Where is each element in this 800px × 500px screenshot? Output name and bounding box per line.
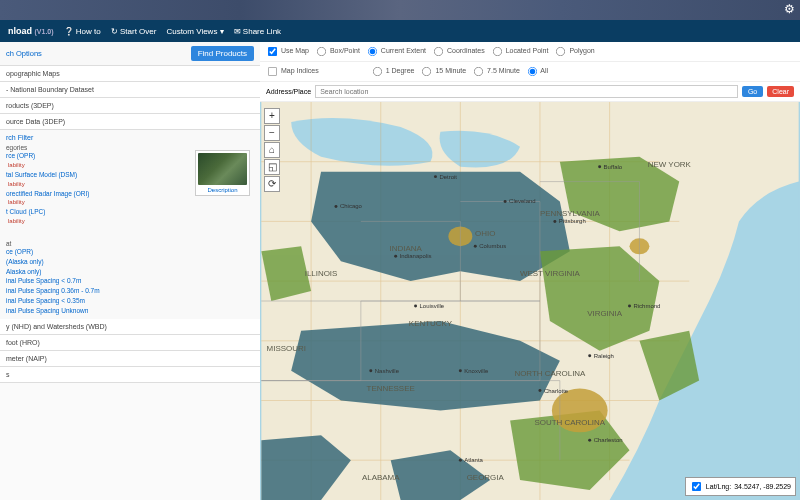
svg-text:MISSOURI: MISSOURI — [267, 344, 306, 353]
section-source[interactable]: ource Data (3DEP) — [0, 114, 260, 130]
section-naip[interactable]: meter (NAIP) — [0, 351, 260, 367]
app-brand: nload (V1.0) — [8, 26, 54, 36]
svg-text:INDIANA: INDIANA — [389, 244, 422, 253]
refresh-button[interactable]: ⟳ — [264, 176, 280, 192]
gear-icon[interactable]: ⚙ — [782, 2, 796, 16]
format-list: ce (OPR) (Alaska only) Alaska only) inal… — [6, 247, 254, 315]
fmt-item[interactable]: ce (OPR) — [6, 247, 254, 257]
svg-text:KENTUCKY: KENTUCKY — [409, 319, 453, 328]
zoom-in-button[interactable]: + — [264, 108, 280, 124]
fmt-item[interactable]: (Alaska only) — [6, 257, 254, 267]
svg-point-45 — [598, 165, 601, 168]
coord-readout: Lat/Lng: 34.5247, -89.2529 — [685, 477, 796, 496]
boxpoint-radio[interactable]: Box/Point — [315, 45, 360, 58]
zoom-controls: + − ⌂ ◱ ⟳ — [264, 108, 280, 192]
svg-text:Raleigh: Raleigh — [594, 353, 614, 359]
svg-text:Knoxville: Knoxville — [464, 368, 489, 374]
svg-text:Charleston: Charleston — [594, 437, 623, 443]
find-products-button[interactable]: Find Products — [191, 46, 254, 61]
section-s[interactable]: s — [0, 367, 260, 383]
section-natbound[interactable]: - National Boundary Dataset — [0, 82, 260, 98]
fmt-item[interactable]: inal Pulse Spacing 0.36m - 0.7m — [6, 286, 254, 296]
howto-link[interactable]: ❔ How to — [64, 27, 101, 36]
section-hro[interactable]: foot (HRO) — [0, 335, 260, 351]
clear-button[interactable]: Clear — [767, 86, 794, 97]
search-filter-panel: rch Filter egories rce (OPR)lability tal… — [0, 130, 260, 319]
svg-point-39 — [394, 255, 397, 258]
format-heading: at — [6, 240, 254, 247]
index-controls: Map Indices 1 Degree 15 Minute 7.5 Minut… — [260, 62, 800, 82]
svg-text:Charlotte: Charlotte — [544, 388, 569, 394]
svg-text:Chicago: Chicago — [340, 203, 363, 209]
svg-text:WEST VIRGINIA: WEST VIRGINIA — [520, 269, 581, 278]
all-radio[interactable]: All — [526, 65, 548, 78]
svg-text:VIRGINIA: VIRGINIA — [587, 309, 623, 318]
svg-text:ILLINOIS: ILLINOIS — [305, 269, 338, 278]
section-products[interactable]: roducts (3DEP) — [0, 98, 260, 114]
section-topo[interactable]: opographic Maps — [0, 66, 260, 82]
home-button[interactable]: ⌂ — [264, 142, 280, 158]
main-panel: Use Map Box/Point Current Extent Coordin… — [260, 42, 800, 500]
window-titlebar: ⚙ — [0, 0, 800, 20]
svg-text:ALABAMA: ALABAMA — [362, 473, 400, 482]
svg-text:Columbus: Columbus — [479, 243, 506, 249]
extent-controls: Use Map Box/Point Current Extent Coordin… — [260, 42, 800, 62]
curext-radio[interactable]: Current Extent — [366, 45, 426, 58]
svg-point-53 — [588, 354, 591, 357]
layers-button[interactable]: ◱ — [264, 159, 280, 175]
go-button[interactable]: Go — [742, 86, 763, 97]
coord-toggle[interactable] — [692, 482, 701, 491]
svg-text:Atlanta: Atlanta — [464, 457, 483, 463]
fmt-item[interactable]: Alaska only) — [6, 267, 254, 277]
zoom-out-button[interactable]: − — [264, 125, 280, 141]
svg-point-31 — [588, 439, 591, 442]
svg-text:Nashville: Nashville — [375, 368, 400, 374]
map-canvas[interactable]: + − ⌂ ◱ ⟳ — [260, 102, 800, 500]
svg-text:Buffalo: Buffalo — [604, 164, 623, 170]
svg-text:Detroit: Detroit — [439, 174, 457, 180]
deg1-radio[interactable]: 1 Degree — [371, 65, 415, 78]
svg-point-55 — [628, 304, 631, 307]
coords-radio[interactable]: Coordinates — [432, 45, 485, 58]
svg-text:NORTH CAROLINA: NORTH CAROLINA — [514, 369, 586, 378]
startover-link[interactable]: ↻ Start Over — [111, 27, 157, 36]
map-svg[interactable]: NEW YORK PENNSYLVANIA OHIO INDIANA ILLIN… — [260, 102, 800, 500]
sidebar: ch Options Find Products opographic Maps… — [0, 42, 260, 500]
polygon-radio[interactable]: Polygon — [554, 45, 594, 58]
svg-point-49 — [434, 175, 437, 178]
svg-text:SOUTH CAROLINA: SOUTH CAROLINA — [534, 418, 605, 427]
navbar: nload (V1.0) ❔ How to ↻ Start Over Custo… — [0, 20, 800, 42]
terrain-thumb-icon — [198, 153, 247, 185]
description-thumbnail[interactable]: Description — [195, 150, 250, 196]
svg-point-35 — [369, 369, 372, 372]
min75-radio[interactable]: 7.5 Minute — [472, 65, 520, 78]
svg-text:PENNSYLVANIA: PENNSYLVANIA — [540, 209, 601, 218]
usemap-check[interactable]: Use Map — [266, 45, 309, 58]
svg-text:Indianapolis: Indianapolis — [400, 253, 432, 259]
svg-text:Cleveland: Cleveland — [509, 198, 536, 204]
svg-point-33 — [538, 389, 541, 392]
svg-text:NEW YORK: NEW YORK — [648, 160, 692, 169]
section-nhd[interactable]: y (NHD) and Watersheds (WBD) — [0, 319, 260, 335]
svg-text:OHIO: OHIO — [475, 229, 495, 238]
mapidx-check[interactable]: Map Indices — [266, 65, 319, 78]
addr-label: Address/Place — [266, 88, 311, 95]
search-input[interactable] — [315, 85, 738, 98]
svg-point-41 — [474, 245, 477, 248]
fmt-item[interactable]: inal Pulse Spacing < 0.35m — [6, 296, 254, 306]
min15-radio[interactable]: 15 Minute — [420, 65, 466, 78]
fmt-item[interactable]: inal Pulse Spacing < 0.7m — [6, 276, 254, 286]
svg-text:TENNESSEE: TENNESSEE — [367, 384, 415, 393]
customviews-menu[interactable]: Custom Views ▾ — [166, 27, 223, 36]
svg-point-29 — [459, 459, 462, 462]
cat-lpc[interactable]: t Cloud (LPC) — [6, 207, 254, 217]
locpt-radio[interactable]: Located Point — [491, 45, 549, 58]
svg-text:Pittsburgh: Pittsburgh — [559, 218, 586, 224]
svg-point-57 — [459, 369, 462, 372]
svg-point-43 — [553, 220, 556, 223]
sharelink-link[interactable]: ✉ Share Link — [234, 27, 281, 36]
svg-text:Richmond: Richmond — [633, 303, 660, 309]
svg-point-47 — [504, 200, 507, 203]
fmt-item[interactable]: inal Pulse Spacing Unknown — [6, 306, 254, 316]
svg-text:Louisville: Louisville — [420, 303, 445, 309]
